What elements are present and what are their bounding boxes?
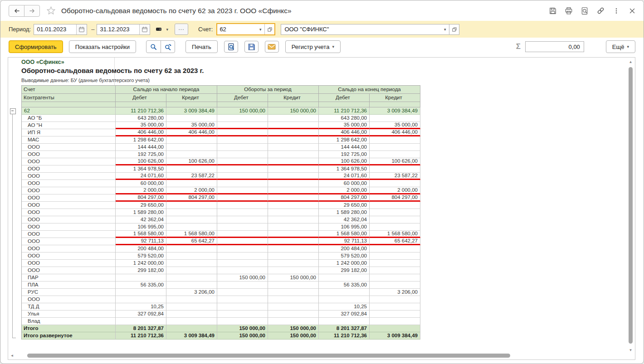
value-cell[interactable] <box>370 144 420 151</box>
value-cell[interactable] <box>217 173 268 180</box>
value-cell[interactable]: 35 000,00 <box>166 122 217 129</box>
value-cell[interactable]: 65 642,27 <box>370 238 420 245</box>
value-cell[interactable] <box>268 296 319 303</box>
value-cell[interactable] <box>217 311 268 318</box>
value-cell[interactable] <box>370 296 420 303</box>
value-cell[interactable] <box>268 289 319 296</box>
value-cell[interactable]: 35 000,00 <box>116 122 166 129</box>
value-cell[interactable] <box>166 180 217 187</box>
value-cell[interactable]: 23 587,22 <box>166 173 217 180</box>
value-cell[interactable]: 1 364 978,50 <box>116 165 166 173</box>
counterparty-cell[interactable]: МАС <box>22 136 116 144</box>
favorite-star-icon[interactable] <box>46 6 56 15</box>
value-cell[interactable] <box>166 151 217 158</box>
generate-button[interactable]: Сформировать <box>9 40 63 53</box>
sum-field[interactable]: 0,00 <box>525 41 584 52</box>
period-preset-button[interactable]: ▾ <box>156 26 168 33</box>
value-cell[interactable]: 1 242 000,00 <box>116 260 166 267</box>
value-cell[interactable] <box>166 318 217 325</box>
value-cell[interactable] <box>166 144 217 151</box>
value-cell[interactable] <box>166 209 217 216</box>
value-cell[interactable] <box>217 187 268 194</box>
value-cell[interactable] <box>217 194 268 202</box>
value-cell[interactable]: 56 335,00 <box>116 281 166 289</box>
counterparty-cell[interactable]: ООО <box>22 158 116 165</box>
link-button[interactable] <box>595 6 605 16</box>
period-to-field[interactable]: 31.12.2023 <box>97 24 150 35</box>
value-cell[interactable] <box>319 289 370 296</box>
value-cell[interactable]: 106 995,00 <box>319 223 370 231</box>
value-cell[interactable] <box>370 318 420 325</box>
value-cell[interactable] <box>268 173 319 180</box>
value-cell[interactable] <box>370 223 420 231</box>
chevron-down-icon[interactable]: ▾ <box>441 24 449 34</box>
counterparty-cell[interactable]: ООО <box>22 238 116 245</box>
value-cell[interactable] <box>217 158 268 165</box>
vertical-scroll-thumb[interactable] <box>629 67 633 344</box>
value-cell[interactable] <box>370 260 420 267</box>
value-cell[interactable]: 11 210 712,36 <box>116 107 166 115</box>
value-cell[interactable] <box>268 144 319 151</box>
value-cell[interactable]: 150 000,00 <box>268 107 319 115</box>
value-cell[interactable]: 200 484,00 <box>116 245 166 252</box>
value-cell[interactable] <box>268 252 319 260</box>
counterparty-cell[interactable]: РУС <box>22 289 116 296</box>
counterparty-cell[interactable]: ООО <box>22 202 116 209</box>
counterparty-cell[interactable]: ТД Д <box>22 303 116 311</box>
value-cell[interactable] <box>166 165 217 173</box>
counterparty-cell[interactable]: ООО <box>22 252 116 260</box>
value-cell[interactable]: 192 725,00 <box>116 151 166 158</box>
back-button[interactable] <box>9 5 24 16</box>
value-cell[interactable]: 2 000,00 <box>370 187 420 194</box>
value-cell[interactable] <box>319 296 370 303</box>
value-cell[interactable]: 3 206,00 <box>166 289 217 296</box>
value-cell[interactable] <box>268 202 319 209</box>
value-cell[interactable]: 579 520,00 <box>319 252 370 260</box>
save-button[interactable] <box>548 6 558 16</box>
value-cell[interactable] <box>166 274 217 281</box>
counterparty-cell[interactable]: ООО <box>22 165 116 173</box>
value-cell[interactable]: 406 446,00 <box>166 129 217 136</box>
value-cell[interactable]: 2 000,00 <box>319 187 370 194</box>
value-cell[interactable] <box>268 231 319 238</box>
value-cell[interactable] <box>217 165 268 173</box>
value-cell[interactable]: 2 000,00 <box>116 187 166 194</box>
value-cell[interactable]: 8 201 327,87 <box>319 325 370 332</box>
value-cell[interactable] <box>166 296 217 303</box>
value-cell[interactable]: 24 071,60 <box>319 173 370 180</box>
value-cell[interactable] <box>268 209 319 216</box>
value-cell[interactable]: 1 589 280,00 <box>116 209 166 216</box>
counterparty-cell[interactable]: ООО <box>22 187 116 194</box>
value-cell[interactable] <box>370 303 420 311</box>
value-cell[interactable] <box>268 303 319 311</box>
value-cell[interactable]: 150 000,00 <box>268 274 319 281</box>
more-button[interactable]: Ещё ▾ <box>606 40 635 53</box>
value-cell[interactable] <box>370 115 420 122</box>
value-cell[interactable]: 65 642,27 <box>166 238 217 245</box>
value-cell[interactable]: 299 182,00 <box>319 267 370 274</box>
value-cell[interactable]: 406 446,00 <box>116 129 166 136</box>
calendar-icon[interactable] <box>76 24 87 34</box>
value-cell[interactable]: 150 000,00 <box>217 107 268 115</box>
vertical-scrollbar[interactable]: ▲ ▼ <box>628 59 634 353</box>
horizontal-scroll-thumb[interactable] <box>27 354 510 358</box>
counterparty-cell[interactable]: Улья <box>22 311 116 318</box>
value-cell[interactable] <box>217 122 268 129</box>
value-cell[interactable]: 100 626,00 <box>166 158 217 165</box>
value-cell[interactable] <box>370 245 420 252</box>
value-cell[interactable] <box>268 216 319 223</box>
value-cell[interactable]: 150 000,00 <box>217 274 268 281</box>
value-cell[interactable] <box>166 281 217 289</box>
period-to-value[interactable]: 31.12.2023 <box>97 26 139 33</box>
value-cell[interactable]: 579 520,00 <box>116 252 166 260</box>
value-cell[interactable] <box>217 303 268 311</box>
counterparty-cell[interactable]: ООО <box>22 151 116 158</box>
value-cell[interactable] <box>370 274 420 281</box>
value-cell[interactable]: 60 000,00 <box>116 180 166 187</box>
value-cell[interactable] <box>217 296 268 303</box>
value-cell[interactable] <box>268 311 319 318</box>
value-cell[interactable] <box>268 318 319 325</box>
value-cell[interactable]: 804 297,00 <box>166 194 217 202</box>
value-cell[interactable]: 643 280,00 <box>319 115 370 122</box>
counterparty-cell[interactable]: ООО <box>22 180 116 187</box>
